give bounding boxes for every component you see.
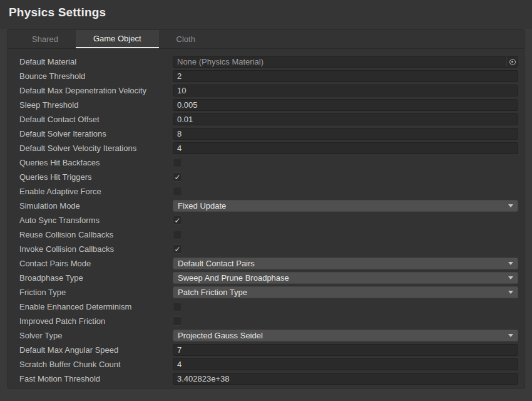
text-input[interactable] — [173, 128, 518, 140]
object-picker-icon[interactable] — [506, 56, 518, 67]
chevron-down-icon — [508, 204, 513, 207]
field-control: ✓ — [173, 171, 518, 183]
field-control — [173, 373, 518, 385]
settings-row: Invoke Collision Callbacks✓ — [8, 242, 524, 256]
settings-row: Default MaterialNone (Physics Material) — [8, 55, 524, 69]
checkbox[interactable]: ✓ — [173, 244, 182, 254]
target-dot — [511, 61, 513, 63]
field-control — [173, 85, 518, 96]
field-control: Projected Gauss Seidel — [173, 330, 518, 341]
settings-row: Contact Pairs ModeDefault Contact Pairs — [8, 256, 524, 271]
tab-bar: SharedGame ObjectCloth — [8, 30, 524, 49]
settings-row: Queries Hit Triggers✓ — [8, 170, 524, 184]
text-input[interactable] — [173, 85, 518, 96]
field-label: Sleep Threshold — [19, 100, 173, 110]
checkbox[interactable] — [173, 230, 182, 239]
dropdown-select[interactable]: Sweep And Prune Broadphase — [173, 272, 518, 284]
settings-row: Bounce Threshold — [8, 69, 524, 83]
text-input[interactable] — [173, 373, 518, 385]
settings-row: Solver TypeProjected Gauss Seidel — [8, 328, 524, 343]
settings-row: Queries Hit Backfaces — [8, 155, 524, 170]
settings-row: Sleep Threshold — [8, 98, 524, 112]
field-label: Default Material — [19, 57, 173, 66]
checkbox[interactable]: ✓ — [173, 216, 182, 225]
field-control — [173, 113, 518, 125]
field-control: Fixed Update — [173, 200, 518, 212]
checkbox[interactable]: ✓ — [173, 172, 182, 182]
settings-row: Friction TypePatch Friction Type — [8, 285, 524, 299]
object-field[interactable]: None (Physics Material) — [173, 56, 518, 68]
field-label: Default Contact Offset — [19, 115, 173, 124]
dropdown-value: Default Contact Pairs — [178, 259, 255, 268]
field-label: Invoke Collision Callbacks — [19, 244, 173, 254]
chevron-down-icon — [508, 262, 513, 265]
dropdown-select[interactable]: Patch Friction Type — [173, 286, 518, 298]
field-label: Default Max Depenetration Velocity — [19, 86, 173, 95]
field-control — [173, 70, 518, 82]
field-label: Enable Enhanced Determinism — [19, 302, 173, 311]
text-input[interactable] — [173, 70, 518, 82]
text-input[interactable] — [173, 142, 518, 154]
settings-panel: SharedGame ObjectCloth Default MaterialN… — [8, 29, 524, 388]
settings-row: Enable Adaptive Force — [8, 184, 524, 199]
settings-row: Enable Enhanced Determinism — [8, 299, 524, 314]
settings-row: Default Contact Offset — [8, 112, 524, 127]
field-label: Queries Hit Triggers — [19, 172, 173, 182]
field-label: Bounce Threshold — [19, 71, 173, 81]
checkbox[interactable] — [173, 158, 182, 167]
dropdown-select[interactable]: Fixed Update — [173, 200, 518, 212]
object-field-value: None (Physics Material) — [177, 57, 263, 66]
field-label: Reuse Collision Callbacks — [19, 230, 173, 239]
field-control: Sweep And Prune Broadphase — [173, 272, 518, 284]
checkbox[interactable] — [173, 302, 182, 311]
field-label: Fast Motion Threshold — [19, 374, 173, 383]
field-control — [173, 157, 518, 169]
field-label: Default Solver Velocity Iterations — [19, 143, 173, 153]
dropdown-value: Sweep And Prune Broadphase — [178, 273, 289, 283]
field-label: Solver Type — [19, 331, 173, 340]
field-control: Patch Friction Type — [173, 286, 518, 298]
field-label: Default Solver Iterations — [19, 129, 173, 138]
field-control — [173, 315, 518, 327]
field-control — [173, 99, 518, 111]
text-input[interactable] — [173, 113, 518, 125]
field-control — [173, 358, 518, 370]
tab-cloth[interactable]: Cloth — [159, 30, 213, 48]
settings-row: Simulation ModeFixed Update — [8, 199, 524, 213]
settings-row: Scratch Buffer Chunk Count — [8, 357, 524, 372]
chevron-down-icon — [508, 334, 513, 337]
field-control — [173, 128, 518, 140]
dropdown-value: Projected Gauss Seidel — [178, 331, 263, 340]
field-label: Enable Adaptive Force — [19, 187, 173, 196]
dropdown-select[interactable]: Default Contact Pairs — [173, 258, 518, 269]
field-control — [173, 142, 518, 154]
text-input[interactable] — [173, 358, 518, 370]
tab-shared[interactable]: Shared — [14, 30, 76, 48]
field-label: Auto Sync Transforms — [19, 216, 173, 225]
settings-row: Auto Sync Transforms✓ — [8, 213, 524, 227]
field-control: Default Contact Pairs — [173, 258, 518, 269]
dropdown-value: Fixed Update — [178, 201, 226, 211]
field-label: Scratch Buffer Chunk Count — [19, 360, 173, 369]
chevron-down-icon — [508, 276, 513, 279]
text-input[interactable] — [173, 99, 518, 111]
dropdown-value: Patch Friction Type — [178, 288, 247, 297]
field-control — [173, 185, 518, 197]
field-control: ✓ — [173, 243, 518, 255]
settings-rows: Default MaterialNone (Physics Material)B… — [8, 49, 524, 386]
field-label: Broadphase Type — [19, 273, 173, 283]
field-label: Queries Hit Backfaces — [19, 158, 173, 167]
settings-row: Default Solver Iterations — [8, 127, 524, 141]
dropdown-select[interactable]: Projected Gauss Seidel — [173, 330, 518, 341]
checkbox[interactable] — [173, 187, 182, 196]
chevron-down-icon — [508, 291, 513, 294]
checkbox[interactable] — [173, 316, 182, 326]
tab-game-object[interactable]: Game Object — [76, 30, 159, 48]
settings-row: Default Solver Velocity Iterations — [8, 141, 524, 155]
text-input[interactable] — [173, 344, 518, 356]
settings-row: Reuse Collision Callbacks — [8, 227, 524, 242]
field-label: Friction Type — [19, 288, 173, 297]
target-circle-icon — [509, 59, 516, 65]
field-control: None (Physics Material) — [173, 56, 518, 68]
field-control — [173, 229, 518, 241]
